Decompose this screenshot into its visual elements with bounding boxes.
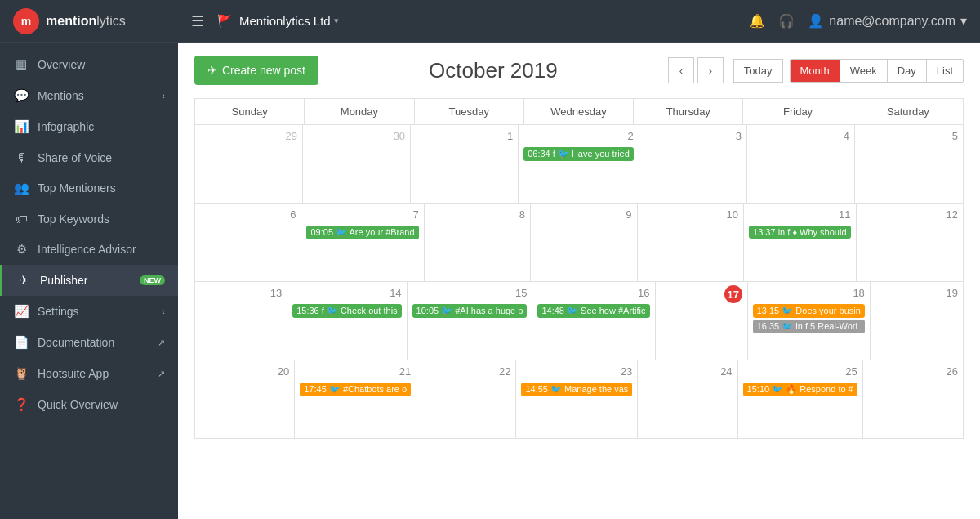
sidebar-item-top-keywords[interactable]: 🏷 Top Keywords xyxy=(0,204,178,234)
calendar-cell-23[interactable]: 2314:55 🐦 Manage the vas xyxy=(516,360,638,438)
calendar-cell-6[interactable]: 6 xyxy=(195,204,301,281)
calendar-cell-15[interactable]: 1510:05 🐦 #AI has a huge p xyxy=(408,282,533,360)
prev-month-button[interactable]: ‹ xyxy=(668,57,694,83)
calendar-cell-9[interactable]: 9 xyxy=(531,204,637,281)
brand-selector[interactable]: 🚩 Mentionlytics Ltd ▾ xyxy=(217,14,749,29)
calendar-cell-1[interactable]: 1 xyxy=(411,125,519,203)
calendar-event[interactable]: 16:35 🐦 in f 5 Real-Worl xyxy=(753,320,865,333)
calendar-cell-4[interactable]: 4 xyxy=(747,125,855,203)
sidebar-label-share-of-voice: Share of Voice xyxy=(38,151,165,164)
calendar-weeks: 29301206:34 f 🐦 Have you tried3456709:05… xyxy=(195,125,963,438)
calendar-cell-5[interactable]: 5 xyxy=(855,125,963,203)
calendar-cell-13[interactable]: 13 xyxy=(195,282,287,360)
calendar-cell-24[interactable]: 24 xyxy=(638,360,737,438)
calendar-cell-26[interactable]: 26 xyxy=(863,360,963,438)
sidebar-label-hootsuite-app: Hootsuite App xyxy=(38,367,158,380)
sidebar-item-overview[interactable]: ▦ Overview xyxy=(0,49,178,80)
calendar-cell-12[interactable]: 12 xyxy=(857,204,963,281)
calendar-cell-19[interactable]: 19 xyxy=(871,282,963,360)
hamburger-icon[interactable]: ☰ xyxy=(191,12,204,30)
main-area: ☰ 🚩 Mentionlytics Ltd ▾ 🔔 🎧 👤 name@compa… xyxy=(178,0,980,519)
sidebar-icon-infographic: 📊 xyxy=(13,119,29,134)
calendar-header: ✈ Create new post October 2019 ‹ › Today… xyxy=(194,56,964,85)
calendar-event[interactable]: 10:05 🐦 #AI has a huge p xyxy=(412,304,528,318)
brand-chevron-icon: ▾ xyxy=(334,16,339,26)
notification-icon[interactable]: 🔔 xyxy=(749,13,765,29)
day-header-monday: Monday xyxy=(305,99,414,124)
sidebar-item-settings[interactable]: 📈 Settings ‹ xyxy=(0,296,178,327)
calendar-cell-20[interactable]: 20 xyxy=(195,360,295,438)
sidebar-item-documentation[interactable]: 📄 Documentation ↗ xyxy=(0,327,178,358)
sidebar-item-infographic[interactable]: 📊 Infographic xyxy=(0,111,178,142)
calendar-cell-7[interactable]: 709:05 🐦 Are your #Brand xyxy=(301,204,424,281)
arrow-mentions: ‹ xyxy=(162,91,165,101)
sidebar-item-top-mentioners[interactable]: 👥 Top Mentioners xyxy=(0,172,178,204)
week-view-button[interactable]: Week xyxy=(840,60,888,82)
date-number: 19 xyxy=(875,285,958,301)
calendar-event[interactable]: 09:05 🐦 Are your #Brand xyxy=(306,226,418,239)
calendar-cell-21[interactable]: 2117:45 🐦 #Chatbots are o xyxy=(295,360,416,438)
next-month-button[interactable]: › xyxy=(697,57,724,83)
day-header-thursday: Thursday xyxy=(634,99,743,124)
date-number: 22 xyxy=(421,364,510,379)
sidebar-icon-share-of-voice: 🎙 xyxy=(13,150,29,164)
calendar-event[interactable]: 14:55 🐦 Manage the vas xyxy=(521,383,632,396)
sidebar-icon-intelligence-advisor: ⚙ xyxy=(13,242,29,257)
calendar-cell-14[interactable]: 1415:36 f 🐦 Check out this xyxy=(287,282,407,360)
date-number: 2 xyxy=(523,128,634,144)
calendar-days-header: SundayMondayTuesdayWednesdayThursdayFrid… xyxy=(195,99,963,125)
sidebar-item-publisher[interactable]: ✈ Publisher NEW xyxy=(0,265,178,296)
date-number: 21 xyxy=(300,364,411,379)
calendar-event[interactable]: 15:10 🐦 🔥 Respond to # xyxy=(743,383,858,396)
date-number: 26 xyxy=(868,364,958,379)
month-view-button[interactable]: Month xyxy=(791,60,840,82)
calendar-cell-18[interactable]: 1813:15 🐦 Does your busin16:35 🐦 in f 5 … xyxy=(748,282,871,360)
date-number: 13 xyxy=(200,285,282,301)
support-icon[interactable]: 🎧 xyxy=(778,13,795,29)
user-menu[interactable]: 👤 name@company.com ▾ xyxy=(808,13,967,29)
today-date-number: 17 xyxy=(724,285,742,303)
sidebar-item-mentions[interactable]: 💬 Mentions ‹ xyxy=(0,80,178,111)
date-number: 18 xyxy=(753,285,865,301)
content-area: ✈ Create new post October 2019 ‹ › Today… xyxy=(178,43,980,519)
calendar-cell-2[interactable]: 206:34 f 🐦 Have you tried xyxy=(519,125,639,203)
list-view-button[interactable]: List xyxy=(927,60,963,82)
calendar-cell-10[interactable]: 10 xyxy=(638,204,744,281)
sidebar-logo: m mentionlytics xyxy=(0,0,178,43)
calendar-cell-30[interactable]: 30 xyxy=(303,125,411,203)
calendar-event[interactable]: 06:34 f 🐦 Have you tried xyxy=(523,147,634,161)
calendar-cell-16[interactable]: 1614:48 🐦 See how #Artific xyxy=(532,282,655,360)
today-button[interactable]: Today xyxy=(733,59,783,83)
date-number: 11 xyxy=(749,207,850,222)
sidebar-item-intelligence-advisor[interactable]: ⚙ Intelligence Advisor xyxy=(0,234,178,265)
calendar-event[interactable]: 15:36 f 🐦 Check out this xyxy=(292,304,401,318)
calendar-event[interactable]: 14:48 🐦 See how #Artific xyxy=(537,304,649,318)
calendar-event[interactable]: 13:37 in f ♦ Why should xyxy=(749,226,850,239)
sidebar-icon-top-keywords: 🏷 xyxy=(13,212,29,226)
calendar-cell-17[interactable]: 17 xyxy=(656,282,748,360)
create-post-icon: ✈ xyxy=(207,64,217,77)
date-number: 16 xyxy=(537,285,649,301)
calendar-event[interactable]: 13:15 🐦 Does your busin xyxy=(753,304,865,318)
sidebar-item-hootsuite-app[interactable]: 🦉 Hootsuite App ↗ xyxy=(0,358,178,389)
calendar-cell-3[interactable]: 3 xyxy=(639,125,747,203)
calendar-cell-22[interactable]: 22 xyxy=(416,360,516,438)
date-number: 5 xyxy=(860,128,958,144)
date-number: 24 xyxy=(643,364,732,379)
date-number: 12 xyxy=(862,207,958,222)
sidebar-item-quick-overview[interactable]: ❓ Quick Overview xyxy=(0,389,178,420)
calendar-cell-8[interactable]: 8 xyxy=(425,204,531,281)
day-view-button[interactable]: Day xyxy=(888,60,927,82)
date-number: 23 xyxy=(521,364,632,379)
topbar: ☰ 🚩 Mentionlytics Ltd ▾ 🔔 🎧 👤 name@compa… xyxy=(178,0,980,43)
sidebar-item-share-of-voice[interactable]: 🎙 Share of Voice xyxy=(0,142,178,172)
sidebar-icon-quick-overview: ❓ xyxy=(13,397,29,412)
calendar-navigation: ‹ › Today Month Week Day List xyxy=(668,57,964,83)
date-number: 4 xyxy=(752,128,849,144)
sidebar-label-top-mentioners: Top Mentioners xyxy=(38,181,165,195)
calendar-cell-29[interactable]: 29 xyxy=(195,125,303,203)
create-post-button[interactable]: ✈ Create new post xyxy=(194,56,318,85)
calendar-cell-25[interactable]: 2515:10 🐦 🔥 Respond to # xyxy=(738,360,863,438)
calendar-cell-11[interactable]: 1113:37 in f ♦ Why should xyxy=(744,204,856,281)
calendar-event[interactable]: 17:45 🐦 #Chatbots are o xyxy=(300,383,411,396)
